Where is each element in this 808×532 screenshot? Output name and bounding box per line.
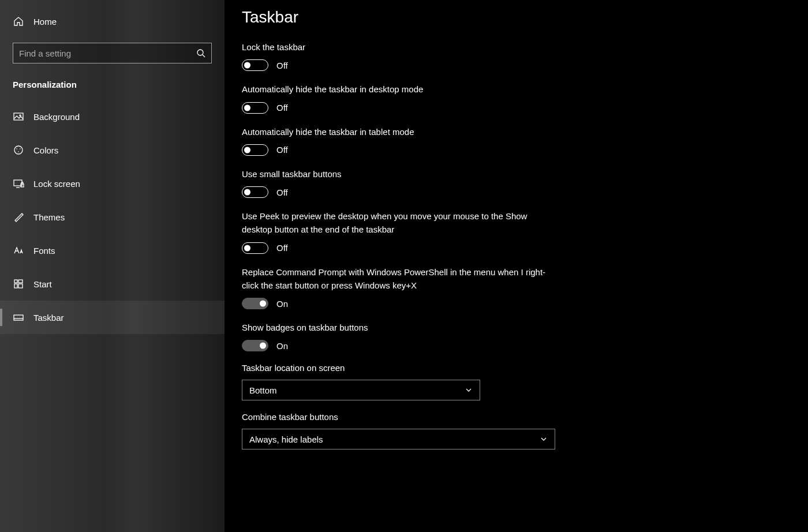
svg-point-3 xyxy=(20,115,21,116)
setting-select: Taskbar location on screenBottom xyxy=(242,363,791,400)
toggle-knob xyxy=(244,245,250,251)
svg-rect-12 xyxy=(18,280,23,283)
setting-select: Combine taskbar buttonsAlways, hide labe… xyxy=(242,412,791,449)
setting-label: Use small taskbar buttons xyxy=(242,167,559,181)
sidebar: Home Personalization Background Colors xyxy=(0,0,225,532)
svg-point-0 xyxy=(197,50,203,55)
toggle-row: Off xyxy=(242,144,791,156)
toggle-state-label: Off xyxy=(276,61,288,70)
toggle-knob xyxy=(244,62,250,69)
toggle-switch[interactable] xyxy=(242,186,268,198)
picture-icon xyxy=(13,111,24,122)
chevron-down-icon xyxy=(465,386,473,394)
setting-label: Automatically hide the taskbar in deskto… xyxy=(242,83,559,96)
toggle-knob xyxy=(260,301,266,307)
sidebar-item-taskbar[interactable]: Taskbar xyxy=(0,301,225,334)
select-value: Always, hide labels xyxy=(249,434,323,444)
sidebar-item-label: Lock screen xyxy=(33,179,80,189)
toggle-knob xyxy=(244,189,250,196)
fonts-icon xyxy=(13,245,24,256)
toggle-knob xyxy=(244,147,250,153)
select-value: Bottom xyxy=(249,385,277,395)
toggle-state-label: Off xyxy=(276,243,288,253)
toggle-row: Off xyxy=(242,242,791,254)
select-label: Taskbar location on screen xyxy=(242,363,791,373)
svg-rect-14 xyxy=(18,284,23,288)
toggle-state-label: Off xyxy=(276,145,288,155)
search-input[interactable] xyxy=(19,48,196,58)
chevron-down-icon xyxy=(540,435,548,443)
toggle-row: Off xyxy=(242,186,791,198)
toggle-row: On xyxy=(242,298,791,309)
setting-toggle: Use Peek to preview the desktop when you… xyxy=(242,209,791,254)
page-title: Taskbar xyxy=(242,8,791,27)
setting-toggle: Automatically hide the taskbar in deskto… xyxy=(242,83,791,113)
toggle-state-label: Off xyxy=(276,188,288,197)
setting-label: Use Peek to preview the desktop when you… xyxy=(242,209,559,237)
select-label: Combine taskbar buttons xyxy=(242,412,791,422)
sidebar-item-label: Start xyxy=(33,279,52,289)
toggle-row: Off xyxy=(242,102,791,114)
sidebar-item-start[interactable]: Start xyxy=(0,267,225,301)
sidebar-item-themes[interactable]: Themes xyxy=(0,200,225,234)
home-label: Home xyxy=(33,17,57,27)
toggle-switch[interactable] xyxy=(242,298,268,309)
setting-toggle: Use small taskbar buttonsOff xyxy=(242,167,791,198)
setting-label: Show badges on taskbar buttons xyxy=(242,321,559,334)
setting-label: Replace Command Prompt with Windows Powe… xyxy=(242,265,559,293)
toggle-row: On xyxy=(242,340,791,351)
toggle-state-label: On xyxy=(276,341,288,351)
setting-toggle: Automatically hide the taskbar in tablet… xyxy=(242,125,791,156)
taskbar-icon xyxy=(13,312,24,323)
setting-label: Automatically hide the taskbar in tablet… xyxy=(242,125,559,138)
sidebar-item-colors[interactable]: Colors xyxy=(0,133,225,167)
setting-label: Lock the taskbar xyxy=(242,40,559,54)
setting-toggle: Lock the taskbarOff xyxy=(242,40,791,71)
toggle-state-label: On xyxy=(276,299,288,309)
select-box[interactable]: Always, hide labels xyxy=(242,429,555,449)
sidebar-item-label: Background xyxy=(33,112,80,122)
search-icon xyxy=(196,48,205,58)
svg-point-6 xyxy=(20,148,21,149)
sidebar-item-lock-screen[interactable]: Lock screen xyxy=(0,167,225,200)
toggle-switch[interactable] xyxy=(242,102,268,114)
home-icon xyxy=(13,16,24,27)
main-content: Taskbar Lock the taskbarOffAutomatically… xyxy=(225,0,808,532)
setting-toggle: Show badges on taskbar buttonsOn xyxy=(242,321,791,351)
select-box[interactable]: Bottom xyxy=(242,380,480,400)
svg-point-7 xyxy=(18,151,19,152)
paintbrush-icon xyxy=(13,211,24,223)
palette-icon xyxy=(13,144,24,156)
sidebar-item-label: Fonts xyxy=(33,246,55,256)
sidebar-item-label: Themes xyxy=(33,212,65,222)
sidebar-item-background[interactable]: Background xyxy=(0,100,225,133)
toggle-switch[interactable] xyxy=(242,242,268,254)
svg-rect-2 xyxy=(14,113,23,120)
home-button[interactable]: Home xyxy=(0,10,225,32)
setting-toggle: Replace Command Prompt with Windows Powe… xyxy=(242,265,791,310)
svg-rect-11 xyxy=(14,280,17,283)
toggle-state-label: Off xyxy=(276,103,288,113)
svg-point-5 xyxy=(16,148,17,149)
toggle-knob xyxy=(260,343,266,349)
toggle-switch[interactable] xyxy=(242,340,268,351)
sidebar-item-fonts[interactable]: Fonts xyxy=(0,234,225,267)
category-label: Personalization xyxy=(0,74,225,100)
sidebar-item-label: Taskbar xyxy=(33,313,64,323)
svg-rect-15 xyxy=(14,315,23,320)
monitor-lock-icon xyxy=(13,178,24,189)
toggle-row: Off xyxy=(242,59,791,71)
svg-rect-13 xyxy=(14,284,17,288)
toggle-switch[interactable] xyxy=(242,144,268,156)
search-box[interactable] xyxy=(13,43,212,63)
toggle-switch[interactable] xyxy=(242,59,268,71)
svg-point-4 xyxy=(14,146,23,154)
toggle-knob xyxy=(244,104,250,111)
sidebar-item-label: Colors xyxy=(33,145,58,155)
svg-line-1 xyxy=(203,55,205,57)
start-grid-icon xyxy=(13,278,24,290)
